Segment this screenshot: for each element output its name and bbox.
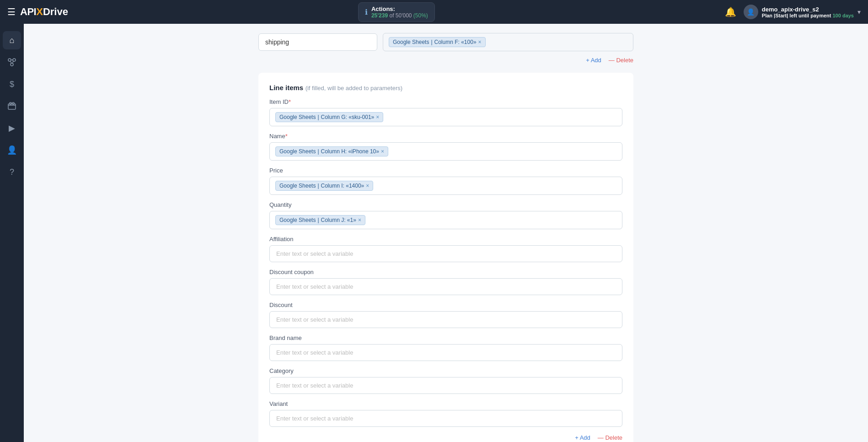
svg-rect-6 xyxy=(8,104,16,109)
main-layout: ⌂ $ ▶ 👤 ? xyxy=(0,24,868,442)
category-input[interactable] xyxy=(269,377,622,394)
field-label-variant: Variant xyxy=(269,400,622,407)
logo-api: API xyxy=(20,6,36,18)
actions-count: 25'239 xyxy=(371,12,388,19)
sidebar-item-home[interactable]: ⌂ xyxy=(3,31,21,49)
line-items-header: Line items (if filled, will be added to … xyxy=(269,84,622,92)
svg-point-0 xyxy=(8,59,11,61)
shipping-tag-field[interactable]: Google Sheets | Column F: «100» × xyxy=(383,33,633,51)
shipping-tag-source: Google Sheets xyxy=(393,39,429,45)
quantity-tag-close[interactable]: × xyxy=(358,217,361,223)
brand-name-input[interactable] xyxy=(269,344,622,361)
shipping-tag: Google Sheets | Column F: «100» × xyxy=(389,37,486,47)
actions-total: 50'000 xyxy=(396,12,412,19)
bell-icon[interactable]: 🔔 xyxy=(725,6,736,17)
logo-x: X xyxy=(36,6,43,18)
svg-line-5 xyxy=(12,61,14,64)
svg-rect-7 xyxy=(10,102,11,104)
sidebar-item-projects[interactable] xyxy=(3,97,21,115)
shipping-row: Google Sheets | Column F: «100» × xyxy=(258,33,633,51)
line-items-subtitle: (if filled, will be added to parameters) xyxy=(305,85,402,92)
page-wrapper: Google Sheets | Column F: «100» × + Add … xyxy=(240,24,652,442)
shipping-input[interactable] xyxy=(258,33,377,51)
logo-drive: Drive xyxy=(43,6,68,18)
shipping-actions-row: + Add — Delete xyxy=(258,57,633,64)
actions-text: Actions: 25'239 of 50'000 (50%) xyxy=(371,5,428,19)
line-items-delete-button[interactable]: — Delete xyxy=(598,434,622,441)
shipping-add-button[interactable]: + Add xyxy=(586,57,601,64)
topbar: ☰ API X Drive ℹ Actions: 25'239 of 50'00… xyxy=(0,0,868,24)
field-label-name: Name xyxy=(269,133,622,140)
user-plan: Plan |Start| left until payment 100 days xyxy=(762,13,854,18)
actions-label: Actions: xyxy=(371,5,428,12)
avatar: 👤 xyxy=(744,5,758,19)
item-id-tag-close[interactable]: × xyxy=(376,114,379,120)
line-items-section: Line items (if filled, will be added to … xyxy=(258,73,633,442)
actions-pct-val: (50%) xyxy=(413,12,428,19)
price-tag-close[interactable]: × xyxy=(366,183,369,189)
sidebar-item-account[interactable]: 👤 xyxy=(3,141,21,159)
discount-input[interactable] xyxy=(269,311,622,328)
topbar-right: 🔔 👤 demo_apix-drive_s2 Plan |Start| left… xyxy=(725,5,861,19)
sidebar-item-help[interactable]: ? xyxy=(3,163,21,181)
actions-of: of xyxy=(389,12,395,19)
sidebar-item-billing[interactable]: $ xyxy=(3,75,21,93)
item-id-tag: Google Sheets | Column G: «sku-001» × xyxy=(275,112,383,122)
field-label-price: Price xyxy=(269,167,622,174)
quantity-field[interactable]: Google Sheets | Column J: «1» × xyxy=(269,211,622,229)
field-label-item-id: Item ID xyxy=(269,98,622,105)
field-label-brand-name: Brand name xyxy=(269,334,622,341)
line-items-add-button[interactable]: + Add xyxy=(575,434,590,441)
field-label-affiliation: Affiliation xyxy=(269,236,622,243)
price-tag: Google Sheets | Column I: «1400» × xyxy=(275,181,373,191)
svg-rect-8 xyxy=(12,102,14,104)
field-label-quantity: Quantity xyxy=(269,201,622,208)
content-area: Google Sheets | Column F: «100» × + Add … xyxy=(24,24,868,442)
line-items-title: Line items xyxy=(269,84,303,92)
field-label-category: Category xyxy=(269,367,622,374)
topbar-center: ℹ Actions: 25'239 of 50'000 (50%) xyxy=(358,2,435,22)
info-icon: ℹ xyxy=(365,8,368,16)
user-section[interactable]: 👤 demo_apix-drive_s2 Plan |Start| left u… xyxy=(744,5,861,19)
field-label-discount-coupon: Discount coupon xyxy=(269,269,622,275)
actions-badge: ℹ Actions: 25'239 of 50'000 (50%) xyxy=(358,2,435,22)
user-info: demo_apix-drive_s2 Plan |Start| left unt… xyxy=(762,6,854,18)
topbar-left: ☰ API X Drive xyxy=(7,6,68,18)
line-items-actions-row: + Add — Delete xyxy=(269,434,622,441)
svg-point-1 xyxy=(13,59,16,61)
item-id-field[interactable]: Google Sheets | Column G: «sku-001» × xyxy=(269,108,622,126)
name-tag: Google Sheets | Column H: «iPhone 10» × xyxy=(275,146,388,156)
price-field[interactable]: Google Sheets | Column I: «1400» × xyxy=(269,177,622,195)
quantity-tag: Google Sheets | Column J: «1» × xyxy=(275,215,365,225)
sidebar: ⌂ $ ▶ 👤 ? xyxy=(0,24,24,442)
variant-input[interactable] xyxy=(269,410,622,427)
logo: API X Drive xyxy=(20,6,68,18)
name-tag-close[interactable]: × xyxy=(381,148,384,155)
hamburger-icon[interactable]: ☰ xyxy=(7,6,16,17)
svg-point-2 xyxy=(11,63,13,66)
actions-sub: 25'239 of 50'000 (50%) xyxy=(371,12,428,19)
shipping-tag-col: Column F: «100» xyxy=(434,39,477,45)
svg-line-4 xyxy=(11,61,12,64)
shipping-tag-close[interactable]: × xyxy=(478,39,482,45)
user-name: demo_apix-drive_s2 xyxy=(762,6,854,13)
affiliation-input[interactable] xyxy=(269,245,622,262)
sidebar-item-connections[interactable] xyxy=(3,53,21,71)
field-label-discount: Discount xyxy=(269,302,622,308)
sidebar-item-media[interactable]: ▶ xyxy=(3,119,21,137)
discount-coupon-input[interactable] xyxy=(269,278,622,295)
shipping-delete-button[interactable]: — Delete xyxy=(609,57,633,64)
chevron-down-icon: ▾ xyxy=(857,8,861,16)
name-field[interactable]: Google Sheets | Column H: «iPhone 10» × xyxy=(269,142,622,161)
